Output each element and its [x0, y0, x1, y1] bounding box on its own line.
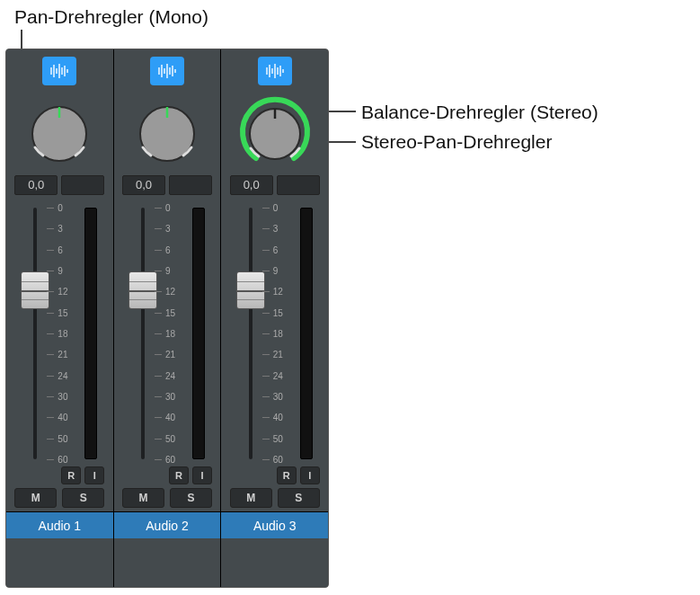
input-monitor-button[interactable]: I	[192, 466, 212, 484]
scale-tick: 6	[273, 244, 279, 254]
level-meter	[84, 208, 97, 459]
mixer-panel: 0,0 0369121518212430405060 R I M S Audio…	[5, 49, 329, 588]
record-enable-button[interactable]: R	[169, 466, 189, 484]
waveform-mono-icon	[155, 63, 179, 79]
peak-indicator[interactable]	[277, 175, 320, 195]
scale-tick: 12	[165, 287, 175, 297]
scale-tick: 60	[273, 455, 283, 465]
scale-tick: 30	[273, 392, 283, 402]
record-enable-button[interactable]: R	[61, 466, 81, 484]
scale-tick: 30	[165, 392, 175, 402]
channel-strip-2: 0,0 0369121518212430405060 R I M S Audio…	[114, 49, 222, 587]
scale-tick: 6	[165, 244, 171, 254]
input-monitor-button[interactable]: I	[300, 466, 320, 484]
scale-tick: 12	[58, 287, 67, 297]
level-meter	[192, 208, 205, 459]
solo-button[interactable]: S	[278, 488, 320, 508]
scale-tick: 9	[58, 266, 63, 276]
scale-tick: 40	[165, 413, 175, 422]
waveform-stereo-icon	[263, 63, 287, 79]
pan-value[interactable]: 0,0	[122, 175, 165, 195]
balance-knob[interactable]	[131, 98, 203, 170]
channel-strip-3: 0,0 0369121518212430405060 R I M S Audio…	[221, 49, 328, 587]
scale-tick: 0	[58, 203, 63, 213]
scale-tick: 50	[58, 433, 67, 443]
volume-fader[interactable]	[135, 208, 151, 459]
callout-pan-mono: Pan-Drehregler (Mono)	[14, 5, 208, 28]
scale-tick: 3	[165, 224, 171, 234]
fader-area: 0369121518212430405060	[122, 208, 212, 459]
input-mode-button[interactable]	[150, 57, 184, 85]
scale-tick: 50	[165, 433, 175, 443]
scale-tick: 15	[273, 307, 283, 317]
scale-tick: 6	[58, 244, 63, 254]
scale-tick: 24	[58, 370, 67, 380]
scale-tick: 40	[273, 413, 283, 422]
scale-tick: 24	[273, 370, 283, 380]
scale-tick: 15	[58, 307, 67, 317]
scale-tick: 18	[273, 329, 283, 339]
scale-tick: 9	[165, 266, 171, 276]
scale-tick: 60	[165, 455, 175, 465]
input-mode-button[interactable]	[258, 57, 292, 85]
fader-area: 0369121518212430405060	[230, 208, 320, 459]
stereo-pan-knob[interactable]	[236, 95, 314, 173]
scale-tick: 50	[273, 433, 283, 443]
scale-tick: 0	[273, 203, 279, 213]
callout-stereo-pan: Stereo-Pan-Drehregler	[361, 130, 552, 153]
track-name[interactable]: Audio 3	[221, 511, 328, 538]
track-name[interactable]: Audio 1	[6, 511, 113, 538]
volume-fader[interactable]	[27, 208, 43, 459]
fader-scale: 0369121518212430405060	[155, 208, 180, 459]
solo-button[interactable]: S	[170, 488, 212, 508]
pan-value[interactable]: 0,0	[230, 175, 273, 195]
scale-tick: 40	[58, 413, 67, 422]
scale-tick: 21	[58, 350, 67, 360]
fader-area: 0369121518212430405060	[14, 208, 104, 459]
level-meter	[300, 208, 313, 459]
scale-tick: 30	[58, 392, 67, 402]
scale-tick: 60	[58, 455, 67, 465]
input-monitor-button[interactable]: I	[84, 466, 104, 484]
scale-tick: 21	[165, 350, 175, 360]
fader-scale: 0369121518212430405060	[262, 208, 288, 459]
mute-button[interactable]: M	[230, 488, 272, 508]
track-name[interactable]: Audio 2	[114, 511, 221, 538]
input-mode-button[interactable]	[42, 57, 76, 85]
scale-tick: 3	[273, 224, 279, 234]
callout-balance-stereo: Balance-Drehregler (Stereo)	[361, 101, 598, 123]
scale-tick: 18	[58, 329, 67, 339]
channel-strip-1: 0,0 0369121518212430405060 R I M S Audio…	[6, 49, 114, 587]
pan-value[interactable]: 0,0	[14, 175, 58, 195]
peak-indicator[interactable]	[169, 175, 212, 195]
scale-tick: 21	[273, 350, 283, 360]
scale-tick: 24	[165, 370, 175, 380]
volume-fader[interactable]	[243, 208, 259, 459]
scale-tick: 18	[165, 329, 175, 339]
mute-button[interactable]: M	[14, 488, 57, 508]
peak-indicator[interactable]	[61, 175, 104, 195]
scale-tick: 3	[58, 224, 63, 234]
scale-tick: 15	[165, 307, 175, 317]
scale-tick: 9	[273, 266, 279, 276]
waveform-mono-icon	[48, 63, 71, 79]
solo-button[interactable]: S	[62, 488, 104, 508]
pan-knob[interactable]	[23, 98, 95, 170]
record-enable-button[interactable]: R	[277, 466, 297, 484]
fader-scale: 0369121518212430405060	[47, 208, 72, 459]
scale-tick: 12	[273, 287, 283, 297]
mute-button[interactable]: M	[122, 488, 164, 508]
scale-tick: 0	[165, 203, 171, 213]
